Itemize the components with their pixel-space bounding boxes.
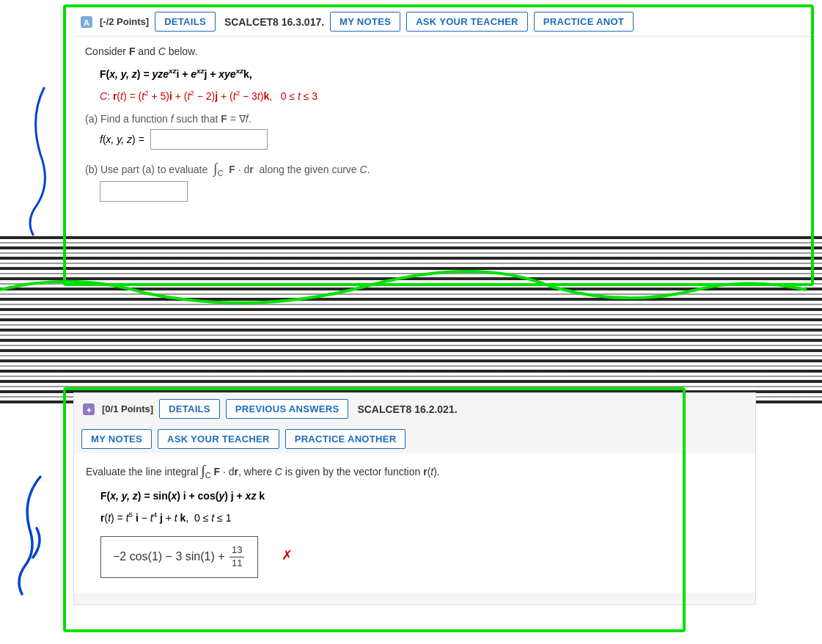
- problem-2-id: SCALCET8 16.2.021.: [357, 403, 457, 415]
- problem-2-equation2: r(t) = t5 i − t4 j + t k, 0 ≤ t ≤ 1: [100, 508, 744, 527]
- problem-2-fraction: 13 11: [230, 544, 244, 570]
- problem-1-parta-label: (a) Find a function f such that F = ∇f.: [85, 113, 803, 125]
- problem-2-intro: Evaluate the line integral ∫C F · dr, wh…: [86, 462, 744, 480]
- problem-2-section: ✦ [0/1 Points] DETAILS PREVIOUS ANSWERS …: [73, 392, 756, 605]
- problem-2-equation1: F(x, y, z) = sin(x) i + cos(y) j + xz k: [100, 487, 744, 505]
- problem-1-practice-button[interactable]: PRACTICE ANOT: [534, 12, 634, 32]
- wrong-answer-icon: ✗: [282, 548, 293, 563]
- problem-2-content: Evaluate the line integral ∫C F · dr, wh…: [74, 453, 755, 593]
- problem-1-askteacher-button[interactable]: ASK YOUR TEACHER: [406, 12, 528, 32]
- problem-2-header-row1: ✦ [0/1 Points] DETAILS PREVIOUS ANSWERS …: [74, 393, 755, 425]
- problem-1-points: [-/2 Points]: [100, 16, 149, 27]
- problem-1-parta-input[interactable]: [150, 129, 268, 150]
- problem-2-prev-answers-button[interactable]: PREVIOUS ANSWERS: [226, 399, 349, 419]
- problem-2-points: [0/1 Points]: [102, 403, 153, 414]
- problem-1-equation2: C: r(t) = (t2 + 5)i + (t2 − 2)j + (t2 − …: [100, 87, 803, 106]
- problem-1-equation1: F(x, y, z) = yzexzi + exzj + xyexzk,: [100, 65, 803, 84]
- problem-1-details-button[interactable]: DETAILS: [155, 12, 216, 32]
- problem-1-parta-prefix: f(x, y, z) =: [100, 133, 144, 145]
- problem-1-partb-input-line: [100, 181, 803, 202]
- problem-2-mynotes-button[interactable]: MY NOTES: [81, 429, 152, 449]
- problem-1-intro: Consider F and C below.: [85, 45, 803, 57]
- svg-text:A: A: [84, 18, 89, 27]
- svg-text:✦: ✦: [86, 406, 92, 414]
- problem-1-partb-label: (b) Use part (a) to evaluate ∫C F · dr a…: [85, 160, 803, 178]
- problem-1-id: SCALCET8 16.3.017.: [224, 16, 324, 28]
- problem-1-icon: A: [79, 15, 94, 29]
- problem-1-content: Consider F and C below. F(x, y, z) = yze…: [73, 37, 815, 211]
- problem-1-partb-input[interactable]: [100, 181, 188, 202]
- problem-2-icon: ✦: [81, 402, 96, 417]
- problem-2-practice-button[interactable]: PRACTICE ANOTHER: [285, 429, 406, 449]
- distorted-area: [0, 235, 822, 403]
- problem-2-details-button[interactable]: DETAILS: [159, 399, 220, 419]
- problem-1-mynotes-button[interactable]: MY NOTES: [330, 12, 400, 32]
- problem-1-parta-input-line: f(x, y, z) =: [100, 129, 803, 150]
- problem-2-header-row2: MY NOTES ASK YOUR TEACHER PRACTICE ANOTH…: [74, 425, 755, 453]
- problem-1-header: A [-/2 Points] DETAILS SCALCET8 16.3.017…: [73, 7, 815, 37]
- problem-2-askteacher-button[interactable]: ASK YOUR TEACHER: [158, 429, 279, 449]
- problem-1-section: A [-/2 Points] DETAILS SCALCET8 16.3.017…: [73, 7, 815, 211]
- problem-2-answer-box: −2 cos(1) − 3 sin(1) + 13 11: [100, 536, 258, 578]
